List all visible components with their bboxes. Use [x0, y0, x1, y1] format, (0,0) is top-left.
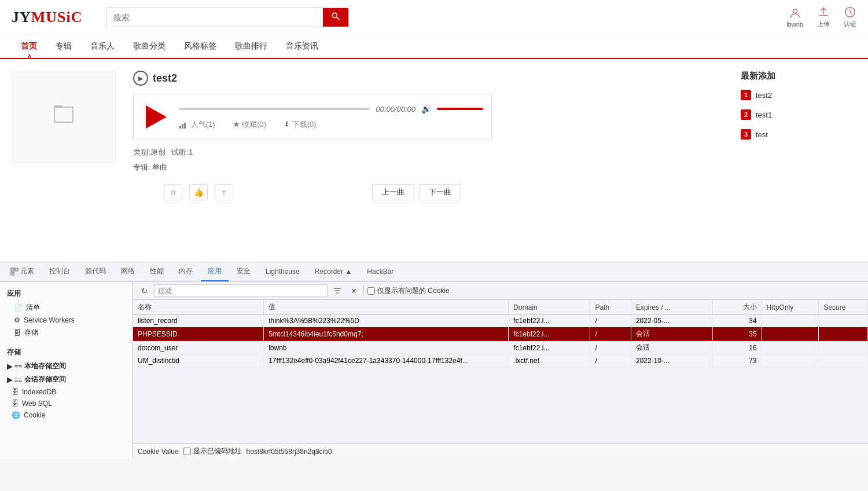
dt-local-storage-expand[interactable]: ▶ ≡≡ 本地存储空间	[0, 360, 133, 373]
table-row[interactable]: UM_distinctid17fff132e4eff0-03a942f41ce2…	[133, 355, 868, 367]
play-large-button[interactable]	[142, 102, 171, 131]
latest-item-3[interactable]: 3 test	[741, 129, 856, 140]
dt-tab-hackbar[interactable]: HackBar	[360, 262, 400, 281]
volume-icon[interactable]: 🔊	[421, 104, 431, 113]
stats-row: 人气(1) ★ 收藏(0) ⬇ 下载(0)	[179, 119, 483, 130]
table-cell	[819, 355, 868, 367]
nav-tag[interactable]: 风格标签	[175, 35, 226, 58]
dt-tab-application[interactable]: 应用	[201, 262, 229, 281]
show-problematic-check[interactable]: 仅显示有问题的 Cookie	[367, 286, 450, 296]
filter-menu-button[interactable]	[331, 284, 344, 297]
dt-tab-sources[interactable]: 源代码	[78, 262, 113, 281]
table-cell: lbwnb	[264, 341, 509, 355]
player-box: 00:00/00:00 🔊 人气(1) ★ 收藏(0) ⬇ 下载(0)	[133, 94, 492, 140]
table-cell: /	[590, 355, 631, 367]
refresh-button[interactable]: ↻	[138, 284, 150, 297]
table-cell: 73	[712, 355, 762, 367]
dt-tab-console[interactable]: 控制台	[42, 262, 77, 281]
volume-bar[interactable]	[437, 108, 483, 110]
show-encoded-label[interactable]: 显示已编码地址	[183, 446, 242, 456]
latest-item-1[interactable]: 1 test2	[741, 90, 856, 100]
table-cell: 2022-10-...	[631, 355, 712, 367]
web-sql-icon: 🗄	[12, 400, 19, 408]
main-content: ▶ test2 00:00/00:00 🔊 人气(1)	[0, 59, 868, 262]
search-input[interactable]	[106, 8, 323, 27]
session-storage-icon: ≡≡	[14, 376, 22, 383]
table-cell: PHPSESSID	[133, 327, 264, 341]
dt-tab-recorder[interactable]: Recorder ▲	[308, 262, 359, 281]
prev-button[interactable]: 上一曲	[372, 184, 414, 200]
col-path: Path	[590, 300, 631, 315]
progress-bar[interactable]	[179, 108, 370, 110]
cookie-table: 名称 值 Domain Path Expires / ... 大小 HttpOn…	[133, 300, 868, 444]
nav-category[interactable]: 歌曲分类	[124, 35, 175, 58]
latest-num-3: 3	[741, 129, 751, 140]
table-cell: 会话	[631, 341, 712, 355]
dt-left-panel: 应用 📄 清单 ⚙ Service Workers 🗄 存储 存储 ▶ ≡≡ 本…	[0, 282, 133, 459]
next-button[interactable]: 下一曲	[419, 184, 461, 200]
star-icon[interactable]: ☆	[164, 184, 182, 200]
popularity-stat[interactable]: 人气(1)	[179, 119, 215, 130]
logo-music: MUSiC	[31, 9, 83, 25]
dt-tab-network[interactable]: 网络	[114, 262, 142, 281]
storage-section: 存储 ▶ ≡≡ 本地存储空间 ▶ ≡≡ 会话存储空间 🗄 IndexedDB 🗄	[0, 345, 133, 421]
table-cell: think%3A%5B%223%22%5D	[264, 315, 509, 327]
dt-item-service-workers[interactable]: ⚙ Service Workers	[0, 314, 133, 326]
play-icon-circle[interactable]: ▶	[133, 71, 148, 86]
dt-cookie[interactable]: 🌐 Cookie	[0, 409, 133, 421]
dt-web-sql[interactable]: 🗄 Web SQL	[0, 398, 133, 409]
local-storage-label: ≡≡	[14, 363, 22, 370]
nav-album[interactable]: 专辑	[46, 35, 81, 58]
dt-tab-security[interactable]: 安全	[230, 262, 258, 281]
auth-label: 认证	[844, 20, 856, 28]
filter-input[interactable]	[154, 284, 328, 297]
dt-tab-lighthouse[interactable]: Lighthouse	[259, 262, 307, 281]
table-cell: 16	[712, 341, 762, 355]
nav-artist[interactable]: 音乐人	[81, 35, 124, 58]
table-row[interactable]: dotcom_userlbwnbfc1ebf22.l.../会话16	[133, 341, 868, 355]
dt-tab-elements[interactable]: 元素	[3, 262, 41, 281]
svg-rect-6	[182, 124, 183, 129]
download-stat[interactable]: ⬇ 下载(0)	[284, 119, 317, 130]
search-button[interactable]	[323, 8, 348, 27]
dt-item-storage[interactable]: 🗄 存储	[0, 326, 133, 339]
table-cell: fc1ebf22.l...	[509, 341, 590, 355]
upload-button[interactable]: 上传	[817, 6, 830, 28]
dt-session-storage-expand[interactable]: ▶ ≡≡ 会话存储空间	[0, 373, 133, 386]
dt-tab-memory[interactable]: 内存	[172, 262, 200, 281]
col-name: 名称	[133, 300, 264, 315]
section-storage-label: 存储	[0, 345, 133, 360]
table-header-row: 名称 值 Domain Path Expires / ... 大小 HttpOn…	[133, 300, 868, 315]
dt-tab-performance[interactable]: 性能	[143, 262, 171, 281]
problematic-checkbox[interactable]	[367, 287, 375, 295]
table-cell: 17fff132e4eff0-03a942f41ce227-1a343370-1…	[264, 355, 509, 367]
table-cell	[762, 315, 819, 327]
like-icon[interactable]: 👍	[189, 184, 208, 200]
nav-ranking[interactable]: 歌曲排行	[226, 35, 277, 58]
svg-rect-5	[179, 126, 181, 129]
latest-name-3: test	[756, 130, 768, 139]
prev-next-buttons: 上一曲 下一曲	[372, 184, 461, 200]
main-nav: 首页 专辑 音乐人 歌曲分类 风格标签 歌曲排行 音乐资讯	[0, 35, 868, 59]
manifest-icon: 📄	[14, 304, 23, 312]
time-display: 00:00/00:00	[376, 105, 415, 113]
table-row[interactable]: PHPSESSID5mtci14346ib4ieu1fc5nd0mq7;fc1e…	[133, 327, 868, 341]
dt-indexed-db[interactable]: 🗄 IndexedDB	[0, 386, 133, 398]
favorite-stat[interactable]: ★ 收藏(0)	[233, 119, 267, 130]
share-icon[interactable]: ↑	[215, 184, 233, 200]
latest-item-2[interactable]: 2 test1	[741, 109, 856, 120]
song-details: ▶ test2 00:00/00:00 🔊 人气(1)	[133, 71, 723, 250]
dt-item-manifest[interactable]: 📄 清单	[0, 301, 133, 314]
nav-home[interactable]: 首页	[12, 35, 46, 58]
svg-point-0	[332, 13, 337, 17]
auth-button[interactable]: 认证	[844, 6, 856, 28]
service-workers-icon: ⚙	[14, 316, 20, 324]
latest-num-2: 2	[741, 109, 751, 120]
table-cell: UM_distinctid	[133, 355, 264, 367]
user-profile[interactable]: lbwnb	[786, 7, 803, 28]
table-row[interactable]: listen_recordthink%3A%5B%223%22%5Dfc1ebf…	[133, 315, 868, 327]
table-cell: fc1ebf22.l...	[509, 327, 590, 341]
delete-button[interactable]: ✕	[347, 284, 360, 297]
encoded-checkbox[interactable]	[183, 448, 191, 455]
nav-news[interactable]: 音乐资讯	[277, 35, 328, 58]
